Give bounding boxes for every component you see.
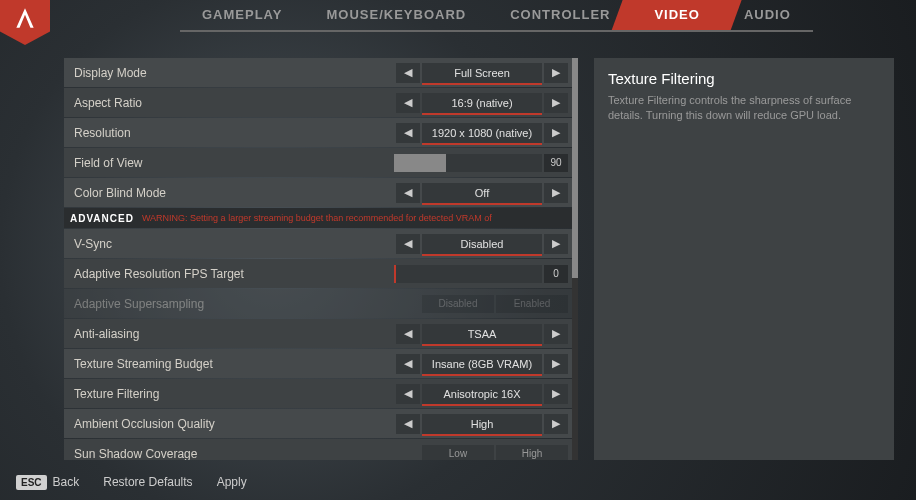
- label: Aspect Ratio: [74, 96, 396, 110]
- row-sun-shadow[interactable]: Sun Shadow Coverage Low High: [64, 439, 578, 460]
- esc-key-icon: ESC: [16, 475, 47, 490]
- value: 16:9 (native): [422, 93, 542, 113]
- tab-mouse-keyboard[interactable]: MOUSE/KEYBOARD: [304, 0, 488, 32]
- label: Adaptive Supersampling: [74, 297, 420, 311]
- prev-button[interactable]: ◀: [396, 93, 420, 113]
- prev-button[interactable]: ◀: [396, 123, 420, 143]
- fps-slider[interactable]: [394, 265, 542, 283]
- next-button[interactable]: ▶: [544, 384, 568, 404]
- tab-audio[interactable]: AUDIO: [722, 0, 813, 32]
- vram-warning: WARNING: Setting a larger streaming budg…: [142, 213, 492, 223]
- label: Ambient Occlusion Quality: [74, 417, 396, 431]
- next-button[interactable]: ▶: [544, 324, 568, 344]
- value: 1920 x 1080 (native): [422, 123, 542, 143]
- label: Resolution: [74, 126, 396, 140]
- label: Texture Filtering: [74, 387, 396, 401]
- scrollbar-thumb[interactable]: [572, 58, 578, 278]
- section-title: ADVANCED: [70, 213, 134, 224]
- value: Disabled: [422, 234, 542, 254]
- prev-button[interactable]: ◀: [396, 234, 420, 254]
- footer: ESCBack Restore Defaults Apply: [0, 464, 916, 500]
- label: Adaptive Resolution FPS Target: [74, 267, 394, 281]
- settings-tabs: GAMEPLAY MOUSE/KEYBOARD CONTROLLER VIDEO…: [50, 0, 813, 30]
- fps-value: 0: [544, 265, 568, 283]
- next-button[interactable]: ▶: [544, 123, 568, 143]
- next-button[interactable]: ▶: [544, 414, 568, 434]
- row-ambient-occlusion[interactable]: Ambient Occlusion Quality ◀ High ▶: [64, 409, 578, 438]
- label: Texture Streaming Budget: [74, 357, 396, 371]
- high-option[interactable]: High: [496, 445, 568, 461]
- apply-button[interactable]: Apply: [217, 475, 247, 489]
- row-supersampling: Adaptive Supersampling Disabled Enabled: [64, 289, 578, 318]
- content: Display Mode ◀ Full Screen ▶ Aspect Rati…: [0, 40, 916, 460]
- header: GAMEPLAY MOUSE/KEYBOARD CONTROLLER VIDEO…: [0, 0, 916, 40]
- prev-button[interactable]: ◀: [396, 183, 420, 203]
- label: Display Mode: [74, 66, 396, 80]
- prev-button[interactable]: ◀: [396, 354, 420, 374]
- fov-value: 90: [544, 154, 568, 172]
- value: Off: [422, 183, 542, 203]
- fov-slider[interactable]: [394, 154, 542, 172]
- next-button[interactable]: ▶: [544, 63, 568, 83]
- label: Field of View: [74, 156, 394, 170]
- label: Color Blind Mode: [74, 186, 396, 200]
- row-fov[interactable]: Field of View 90: [64, 148, 578, 177]
- value: High: [422, 414, 542, 434]
- info-title: Texture Filtering: [608, 70, 880, 87]
- restore-defaults-button[interactable]: Restore Defaults: [103, 475, 192, 489]
- info-panel: Texture Filtering Texture Filtering cont…: [594, 58, 894, 460]
- label: V-Sync: [74, 237, 396, 251]
- label: Anti-aliasing: [74, 327, 396, 341]
- row-display-mode[interactable]: Display Mode ◀ Full Screen ▶: [64, 58, 578, 87]
- low-option[interactable]: Low: [422, 445, 494, 461]
- value: TSAA: [422, 324, 542, 344]
- row-texture-filtering[interactable]: Texture Filtering ◀ Anisotropic 16X ▶: [64, 379, 578, 408]
- row-anti-aliasing[interactable]: Anti-aliasing ◀ TSAA ▶: [64, 319, 578, 348]
- label: Sun Shadow Coverage: [74, 447, 420, 461]
- info-description: Texture Filtering controls the sharpness…: [608, 93, 880, 124]
- row-adaptive-fps[interactable]: Adaptive Resolution FPS Target 0: [64, 259, 578, 288]
- settings-list: Display Mode ◀ Full Screen ▶ Aspect Rati…: [64, 58, 578, 460]
- tab-controller[interactable]: CONTROLLER: [488, 0, 632, 32]
- row-aspect-ratio[interactable]: Aspect Ratio ◀ 16:9 (native) ▶: [64, 88, 578, 117]
- row-color-blind[interactable]: Color Blind Mode ◀ Off ▶: [64, 178, 578, 207]
- prev-button[interactable]: ◀: [396, 414, 420, 434]
- prev-button[interactable]: ◀: [396, 63, 420, 83]
- game-logo: [0, 0, 50, 45]
- row-resolution[interactable]: Resolution ◀ 1920 x 1080 (native) ▶: [64, 118, 578, 147]
- row-vsync[interactable]: V-Sync ◀ Disabled ▶: [64, 229, 578, 258]
- next-button[interactable]: ▶: [544, 93, 568, 113]
- next-button[interactable]: ▶: [544, 234, 568, 254]
- row-texture-budget[interactable]: Texture Streaming Budget ◀ Insane (8GB V…: [64, 349, 578, 378]
- disabled-option: Disabled: [422, 295, 494, 313]
- next-button[interactable]: ▶: [544, 183, 568, 203]
- enabled-option: Enabled: [496, 295, 568, 313]
- value: Full Screen: [422, 63, 542, 83]
- tab-video[interactable]: VIDEO: [632, 0, 721, 32]
- value: Anisotropic 16X: [422, 384, 542, 404]
- next-button[interactable]: ▶: [544, 354, 568, 374]
- value: Insane (8GB VRAM): [422, 354, 542, 374]
- advanced-header: ADVANCED WARNING: Setting a larger strea…: [64, 208, 578, 228]
- prev-button[interactable]: ◀: [396, 384, 420, 404]
- prev-button[interactable]: ◀: [396, 324, 420, 344]
- tab-gameplay[interactable]: GAMEPLAY: [180, 0, 304, 32]
- back-button[interactable]: ESCBack: [16, 475, 79, 489]
